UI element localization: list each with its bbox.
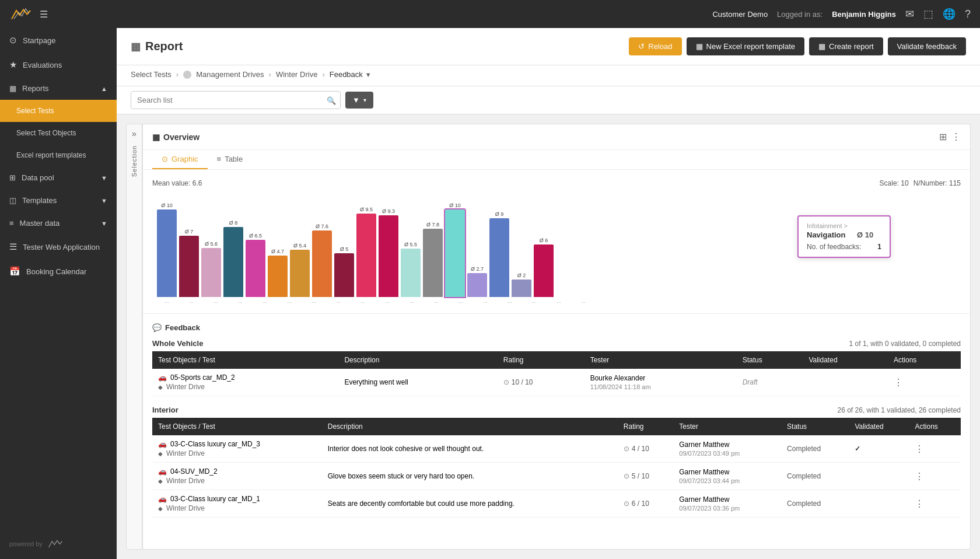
bar-rect-7[interactable] <box>312 230 332 297</box>
bar-rect-14[interactable] <box>467 273 487 297</box>
bar-rect-15[interactable] <box>489 218 509 297</box>
sidebar-item-evaluations[interactable]: ★ Evaluations <box>0 53 117 77</box>
collapse-sidebar-button[interactable]: ☰ <box>40 9 48 20</box>
col-validated-2: Validated <box>849 418 909 435</box>
new-excel-label: New Excel report template <box>706 42 795 51</box>
tab-graphic[interactable]: ⊙ Graphic <box>152 150 208 169</box>
x-label-13: ... <box>475 298 495 304</box>
row-actions-button[interactable]: ⋮ <box>894 378 903 387</box>
logo[interactable] <box>9 5 33 23</box>
bar-rect-11[interactable] <box>401 249 421 297</box>
sidebar-item-excel-templates[interactable]: Excel report templates <box>0 144 117 166</box>
grid-view-icon[interactable]: ⊞ <box>939 131 947 142</box>
diamond-icon: ◆ <box>158 478 163 484</box>
sidebar-item-booking[interactable]: 📅 Booking Calendar <box>0 259 117 284</box>
tab-table[interactable]: ≡ Table <box>208 150 253 169</box>
chart-area: Mean value: 6.6 Scale: 10 N/Number: 115 … <box>143 170 970 313</box>
validate-feedback-button[interactable]: Validate feedback <box>888 37 966 55</box>
whole-vehicle-table: Test Objects / Test Description Rating T… <box>152 351 961 396</box>
signout-icon[interactable]: ⬚ <box>923 8 933 20</box>
sidebar-item-data-pool[interactable]: ⊞ Data pool ▼ <box>0 166 117 189</box>
breadcrumb-management-drives[interactable]: Management Drives <box>196 70 264 79</box>
reports-chevron-icon: ▲ <box>101 85 107 92</box>
row-actions-button-1[interactable]: ⋮ <box>915 471 924 481</box>
bar-rect-1[interactable] <box>179 236 199 297</box>
bar-col-16[interactable]: Ø 2 <box>512 272 531 297</box>
bar-col-17[interactable]: Ø 6 <box>534 237 554 297</box>
bar-rect-6[interactable] <box>290 250 310 297</box>
bar-rect-5[interactable] <box>268 256 288 297</box>
bar-rect-10[interactable] <box>379 215 398 297</box>
bar-rect-2[interactable] <box>201 248 221 297</box>
table-row: 🚗 04-SUV_MD_2 ◆ Winter Drive Glove boxes… <box>152 463 961 490</box>
reload-button[interactable]: ↺ Reload <box>629 37 681 55</box>
bar-rect-16[interactable] <box>512 280 531 297</box>
bar-col-6[interactable]: Ø 5.4 <box>290 243 310 297</box>
selection-expand-icon[interactable]: » <box>132 129 136 138</box>
bar-col-14[interactable]: Ø 2.7 <box>467 266 487 297</box>
search-input[interactable] <box>131 91 341 109</box>
bar-col-13[interactable]: Ø 10 <box>445 202 465 297</box>
bar-col-0[interactable]: Ø 10 <box>157 202 177 297</box>
sidebar-item-templates[interactable]: ◫ Templates ▼ <box>0 189 117 212</box>
bar-rect-3[interactable] <box>223 227 243 297</box>
bar-rect-9[interactable] <box>356 214 376 297</box>
sidebar-item-tester-web[interactable]: ☰ Tester Web Application <box>0 235 117 259</box>
star-icon: ★ <box>9 60 17 70</box>
sidebar-item-select-tests[interactable]: Select Tests <box>0 100 117 122</box>
bar-rect-17[interactable] <box>534 244 554 297</box>
main-content: ▦ Report ↺ Reload ▦ New Excel report tem… <box>117 28 980 559</box>
bar-label-15: Ø 9 <box>495 211 504 217</box>
bar-col-9[interactable]: Ø 9.5 <box>356 207 376 297</box>
bar-col-5[interactable]: Ø 4.7 <box>268 249 288 297</box>
breadcrumb-winter-drive[interactable]: Winter Drive <box>276 70 318 79</box>
bar-rect-8[interactable] <box>334 253 354 297</box>
chart-meta: Mean value: 6.6 Scale: 10 N/Number: 115 <box>152 179 961 187</box>
mean-value-label: Mean value: 6.6 <box>152 179 202 187</box>
interior-count: 26 of 26, with 1 validated, 26 completed <box>838 406 961 414</box>
bar-col-4[interactable]: Ø 6.5 <box>246 233 265 297</box>
bar-rect-4[interactable] <box>246 240 265 297</box>
help-icon[interactable]: ? <box>965 8 971 20</box>
search-icon[interactable]: 🔍 <box>327 96 336 104</box>
bar-col-8[interactable]: Ø 5 <box>334 246 354 297</box>
x-label-11: ... <box>426 298 446 304</box>
bar-col-2[interactable]: Ø 5.6 <box>201 241 221 297</box>
new-excel-button[interactable]: ▦ New Excel report template <box>687 37 804 55</box>
bar-rect-13[interactable] <box>445 209 465 297</box>
bar-rect-0[interactable] <box>157 209 177 297</box>
bar-col-15[interactable]: Ø 9 <box>489 211 509 297</box>
bar-label-12: Ø 7.8 <box>426 222 439 228</box>
x-label-17: ... <box>573 298 593 304</box>
bar-col-3[interactable]: Ø 8 <box>223 220 243 297</box>
filter-button[interactable]: ▼ ▾ <box>345 92 373 109</box>
car-icon: 🚗 <box>158 373 167 382</box>
breadcrumb-toggle[interactable] <box>183 71 191 79</box>
overview-title-text: Overview <box>163 132 200 142</box>
row-actions-button-0[interactable]: ⋮ <box>915 444 924 454</box>
cell-desc-2: Seats are decently comfortable but could… <box>322 490 618 518</box>
bar-col-12[interactable]: Ø 7.8 <box>423 222 443 297</box>
bar-col-7[interactable]: Ø 7.6 <box>312 223 332 297</box>
create-report-button[interactable]: ▦ Create report <box>809 37 883 55</box>
mail-icon[interactable]: ✉ <box>905 8 914 20</box>
sidebar-item-startpage[interactable]: ⊙ Startpage <box>0 28 117 53</box>
more-options-icon[interactable]: ⋮ <box>951 131 961 142</box>
row-actions-button-2[interactable]: ⋮ <box>915 499 924 509</box>
bar-col-11[interactable]: Ø 5.5 <box>401 242 421 297</box>
breadcrumb-select-tests[interactable]: Select Tests <box>131 70 172 79</box>
cell-test-object-2: 🚗 03-C-Class luxury car_MD_1 ◆ Winter Dr… <box>152 490 322 518</box>
diamond-icon: ◆ <box>158 384 163 390</box>
breadcrumb-feedback[interactable]: Feedback ▼ <box>330 70 372 79</box>
col-tester: Tester <box>584 351 737 369</box>
sidebar-item-reports[interactable]: ▦ Reports ▲ <box>0 77 117 100</box>
bar-col-1[interactable]: Ø 7 <box>179 229 199 297</box>
col-rating-2: Rating <box>618 418 673 435</box>
bar-col-10[interactable]: Ø 9.3 <box>379 208 398 297</box>
sidebar-item-select-test-objects[interactable]: Select Test Objects <box>0 122 117 144</box>
whole-vehicle-table-header: Test Objects / Test Description Rating T… <box>152 351 961 369</box>
sidebar-item-master-data[interactable]: ≡ Master data ▼ <box>0 212 117 235</box>
globe-icon[interactable]: 🌐 <box>943 8 956 20</box>
bar-rect-12[interactable] <box>423 229 443 297</box>
sidebar-label-select-test-objects: Select Test Objects <box>16 129 76 137</box>
